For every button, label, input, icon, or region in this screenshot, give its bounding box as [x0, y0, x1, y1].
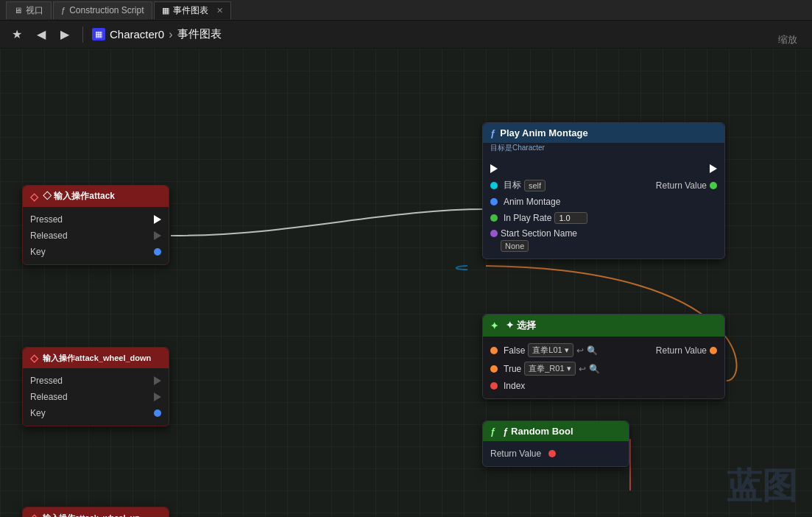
tab-construction-script[interactable]: ƒ Construction Script: [53, 1, 152, 19]
index-pin[interactable]: [490, 382, 498, 390]
index-label: Index: [504, 381, 525, 391]
watermark: 蓝图: [727, 463, 797, 510]
pin-row-key2: Key: [23, 405, 169, 421]
node-attack-wheel-up-title: 输入操作attack_wheel_up: [43, 513, 140, 518]
node-random-bool-title: ƒ Random Bool: [503, 426, 573, 437]
return-value-out-pin[interactable]: [710, 347, 717, 354]
node-play-anim-montage[interactable]: ƒ Play Anim Montage 目标是Character 目标 self…: [482, 122, 725, 259]
blueprint-canvas[interactable]: ◇ ◇ 输入操作attack Pressed Released Key ◇ 输入…: [0, 49, 812, 517]
node-play-anim-subtitle: 目标是Character: [483, 143, 724, 156]
none-dropdown[interactable]: None: [501, 240, 529, 252]
true-row: True 直拳_R01 ▾ ↩ 🔍: [483, 359, 724, 378]
exec-row: [483, 161, 724, 177]
anim-montage-in-pin[interactable]: [490, 198, 498, 205]
pressed2-label: Pressed: [30, 376, 63, 386]
star-button[interactable]: ★: [7, 26, 27, 43]
node-random-bool[interactable]: ƒ ƒ Random Bool Return Value: [482, 421, 629, 467]
breadcrumb-current: 事件图表: [177, 27, 222, 41]
close-tab-icon[interactable]: ✕: [216, 6, 223, 15]
pressed-pin[interactable]: [154, 215, 161, 224]
tab-viewport[interactable]: 🖥 视口: [6, 1, 52, 19]
node-select-title: ✦ 选择: [506, 319, 536, 332]
start-section-label: Start Section Name: [501, 228, 577, 239]
node-play-anim-header: ƒ Play Anim Montage: [483, 123, 724, 143]
node-input-attack-title: ◇ 输入操作attack: [43, 190, 115, 203]
start-section-pin[interactable]: [490, 230, 498, 237]
released2-label: Released: [30, 392, 68, 402]
key-label: Key: [30, 247, 46, 257]
node-select-header: ✦ ✦ 选择: [483, 314, 724, 337]
anim-montage-label: Anim Montage: [504, 197, 560, 207]
true-value-dropdown[interactable]: 直拳_R01 ▾: [524, 362, 575, 376]
true-reset-btn[interactable]: ↩: [579, 364, 586, 374]
return-value-label3: Return Value: [490, 449, 541, 459]
released2-pin[interactable]: [154, 393, 161, 401]
breadcrumb-sep: ›: [169, 28, 172, 41]
pin-row-pressed: Pressed: [23, 211, 169, 228]
forward-button[interactable]: ▶: [56, 26, 74, 43]
breadcrumb-root-icon: ▦: [92, 28, 105, 41]
return-value-pin[interactable]: [710, 182, 717, 189]
none-value: None: [505, 242, 524, 250]
node-input-attack-wheel-up[interactable]: ◇ 输入操作attack_wheel_up: [22, 507, 169, 517]
node-input-attack-header: ◇ ◇ 输入操作attack: [23, 186, 169, 207]
exec-in-pin[interactable]: [490, 164, 498, 173]
select-icon: ✦: [490, 320, 498, 331]
node-select[interactable]: ✦ ✦ 选择 False 直拳L01 ▾ ↩ 🔍 Return Value: [482, 314, 725, 399]
return-value-label2: Return Value: [656, 345, 707, 356]
node-input-attack[interactable]: ◇ ◇ 输入操作attack Pressed Released Key: [22, 185, 169, 265]
key2-label: Key: [30, 408, 46, 418]
viewport-icon: 🖥: [14, 6, 22, 15]
node-attack-wheel-down-header: ◇ 输入操作attack_wheel_down: [23, 348, 169, 368]
tab-bar: 🖥 视口 ƒ Construction Script ▦ 事件图表 ✕: [0, 0, 812, 21]
diamond-icon3: ◇: [30, 512, 38, 517]
tab-event-graph[interactable]: ▦ 事件图表 ✕: [154, 1, 231, 19]
start-section-row: Start Section Name None: [483, 226, 724, 254]
node-play-anim-body: 目标 self Return Value Anim Montage In Pla…: [483, 156, 724, 258]
node-play-anim-title: Play Anim Montage: [500, 127, 587, 138]
pin-row-key: Key: [23, 244, 169, 260]
true-search-btn[interactable]: 🔍: [589, 364, 600, 374]
in-play-rate-row: In Play Rate: [483, 210, 724, 226]
pin-row-released2: Released: [23, 389, 169, 405]
in-play-rate-pin[interactable]: [490, 214, 498, 222]
zoom-label: 缩放: [778, 33, 797, 46]
node-select-body: False 直拳L01 ▾ ↩ 🔍 Return Value True 直拳_R…: [483, 337, 724, 398]
pin-row-released: Released: [23, 228, 169, 244]
index-row: Index: [483, 378, 724, 394]
return-value-label: Return Value: [656, 180, 707, 191]
node-attack-wheel-down-body: Pressed Released Key: [23, 368, 169, 426]
false-label: False: [504, 345, 525, 356]
released-pin[interactable]: [154, 231, 161, 240]
chevron-icon2: ▾: [567, 364, 571, 373]
node-random-bool-header: ƒ ƒ Random Bool: [483, 421, 629, 441]
false-search-btn[interactable]: 🔍: [587, 345, 598, 356]
self-value: self: [529, 181, 541, 190]
return-bool-pin[interactable]: [548, 450, 556, 457]
true-in-pin[interactable]: [490, 365, 498, 373]
node-input-attack-wheel-down[interactable]: ◇ 输入操作attack_wheel_down Pressed Released…: [22, 347, 169, 426]
false-reset-btn[interactable]: ↩: [576, 345, 584, 356]
construction-icon: ƒ: [61, 6, 66, 15]
self-dropdown[interactable]: self: [524, 180, 546, 191]
breadcrumb-root: Character0: [110, 28, 164, 41]
false-value: 直拳L01: [532, 345, 562, 356]
func-icon: ƒ: [490, 127, 495, 138]
released-label: Released: [30, 231, 68, 241]
key2-pin[interactable]: [154, 409, 161, 417]
true-value: 直拳_R01: [529, 363, 564, 374]
pressed-label: Pressed: [30, 214, 63, 225]
node-random-bool-body: Return Value: [483, 441, 629, 466]
false-in-pin[interactable]: [490, 347, 498, 354]
pressed2-pin[interactable]: [154, 376, 161, 385]
exec-out-pin[interactable]: [710, 164, 717, 173]
back-button[interactable]: ◀: [32, 26, 50, 43]
node-attack-wheel-up-header: ◇ 输入操作attack_wheel_up: [23, 507, 169, 517]
chevron-icon: ▾: [565, 345, 569, 355]
target-row: 目标 self Return Value: [483, 177, 724, 194]
anim-montage-row: Anim Montage: [483, 194, 724, 210]
false-value-dropdown[interactable]: 直拳L01 ▾: [528, 343, 573, 357]
target-in-pin[interactable]: [490, 182, 498, 189]
in-play-rate-input[interactable]: [554, 212, 587, 224]
key-pin[interactable]: [154, 248, 161, 256]
